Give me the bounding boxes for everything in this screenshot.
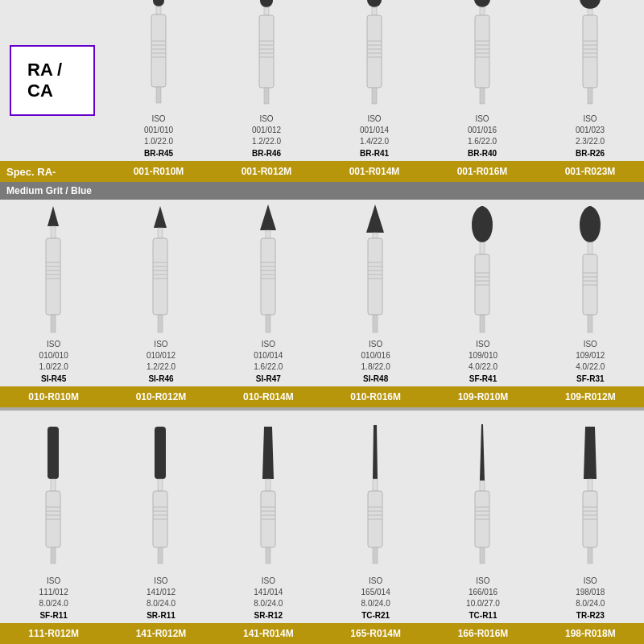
part-code: BR-R40 [468,149,497,158]
spec-cell: 111-R012M [0,628,107,639]
spec-row-3: 111-R012M 141-R012M 141-R014M 165-R014M … [0,628,644,639]
tool-svg-container [138,202,183,339]
tool-svg-container [568,414,613,576]
part-code: TR-R23 [576,611,605,620]
svg-rect-71 [266,315,270,332]
product-cell-mid-2: ISO 010/014 1.6/22.0 SI-R47 [215,200,322,386]
part-code: SI-R48 [363,374,388,383]
tool-svg-container [460,414,505,576]
svg-rect-74 [368,238,382,315]
svg-rect-1 [156,6,161,14]
tool-svg-container [246,414,291,576]
tool-svg-container [568,0,613,114]
iso-text: ISO 010/012 1.2/22.0 [147,339,175,373]
svg-rect-110 [158,547,163,564]
part-code: SR-R11 [147,611,175,620]
svg-rect-37 [588,9,592,15]
svg-rect-80 [373,315,378,332]
svg-rect-96 [51,479,56,491]
svg-rect-103 [155,427,166,479]
product-cell-bot-2: ISO 141/014 8.0/24.0 SR-R12 [215,411,322,623]
product-cell: ISO 001/010 1.0/22.0 BR-R45 [105,0,213,161]
iso-text: ISO 141/012 8.0/24.0 [147,576,175,609]
svg-marker-72 [366,204,384,233]
svg-rect-94 [588,315,592,332]
product-cell-mid-0: ISO 010/010 1.0/22.0 SI-R45 [0,200,107,386]
spec-cell: 001-R016M [428,166,536,177]
spec-row-2: 010-R010M 010-R012M 010-R014M 010-R016M … [0,391,644,402]
spec-cell: 198-R018M [537,628,644,639]
svg-rect-102 [51,547,56,564]
svg-rect-73 [373,233,378,238]
product-cell: ISO 001/016 1.6/22.0 BR-R40 [428,0,536,161]
svg-point-27 [474,0,490,7]
svg-rect-64 [266,230,270,238]
product-cell: ISO 001/014 1.4/22.0 BR-R41 [320,0,428,161]
iso-text: ISO 166/016 10.0/27.0 [466,576,500,609]
svg-rect-35 [480,88,485,104]
tool-si-r46 [138,202,183,339]
medium-grit-label: Medium Grit / Blue [6,185,92,196]
svg-rect-8 [156,87,161,103]
svg-rect-46 [51,226,56,238]
tool-svg-container [31,414,76,576]
svg-point-0 [153,0,164,6]
part-code: SF-R11 [39,611,67,620]
iso-text: ISO 165/014 8.0/24.0 [361,576,390,609]
tool-br-r40 [460,0,505,114]
tool-sf-r11 [31,423,76,568]
part-code: SI-R45 [41,374,66,383]
tool-sf-r31 [568,202,613,339]
gold-bar-2: 010-R010M 010-R012M 010-R014M 010-R016M … [0,386,644,407]
iso-text: ISO 010/014 1.6/22.0 [254,339,283,373]
product-cell-bot-3: ISO 165/014 8.0/24.0 TC-R21 [322,411,429,623]
part-code: TC-R11 [469,611,497,620]
svg-rect-124 [373,547,378,564]
spec-cell: 165-R014M [322,628,429,639]
svg-rect-53 [51,315,56,332]
spec-cell: 001-R014M [320,166,428,177]
tool-br-r41 [353,0,397,114]
svg-rect-65 [261,238,275,315]
spec-cell: 109-R012M [537,391,644,402]
part-code: SI-R47 [256,374,281,383]
svg-rect-117 [266,547,270,564]
part-code: TC-R21 [361,611,390,620]
ra-ca-box: RA / CA [10,45,95,116]
svg-rect-29 [475,15,489,88]
spec-cell: 166-R016M [429,628,536,639]
svg-rect-26 [372,88,377,104]
section-bot: ISO 111/012 8.0/24.0 SF-R11 ISO 141/012 … [0,411,644,623]
tool-svg-container [353,0,397,114]
svg-rect-28 [480,7,485,15]
svg-rect-132 [588,479,592,491]
product-cell-mid-1: ISO 010/012 1.2/22.0 SI-R46 [107,200,214,386]
spec-cell: 141-R014M [215,628,322,639]
svg-rect-2 [151,14,166,87]
spec-row-1: 001-R010M 001-R012M 001-R014M 001-R016M … [105,166,644,177]
tool-svg-container [245,0,289,114]
ra-ca-label-cell: RA / CA [0,0,105,161]
iso-text: ISO 010/010 1.0/22.0 [39,339,68,373]
iso-text: ISO 141/014 8.0/24.0 [254,576,283,609]
tool-si-r48 [353,202,398,339]
tool-svg-container [246,202,291,339]
spec-cell: 141-R012M [107,628,214,639]
svg-rect-11 [259,15,274,88]
section-top: RA / CA [0,0,644,161]
spec-prefix-1: Spec. RA- [0,166,105,178]
tool-svg-container [460,0,505,114]
part-code: BR-R46 [252,149,281,158]
tool-sr-r11 [138,423,183,568]
svg-rect-20 [367,15,382,88]
tool-svg-container [31,202,76,339]
svg-rect-17 [264,88,269,104]
section-mid: ISO 010/010 1.0/22.0 SI-R45 ISO 010/012 … [0,200,644,386]
tool-tc-r21 [353,423,398,568]
svg-marker-63 [260,204,276,230]
svg-marker-54 [154,206,167,228]
product-cell: ISO 001/012 1.2/22.0 BR-R46 [213,0,320,161]
iso-text: ISO 198/018 8.0/24.0 [576,576,605,609]
svg-rect-125 [480,481,485,491]
svg-rect-138 [588,547,592,564]
